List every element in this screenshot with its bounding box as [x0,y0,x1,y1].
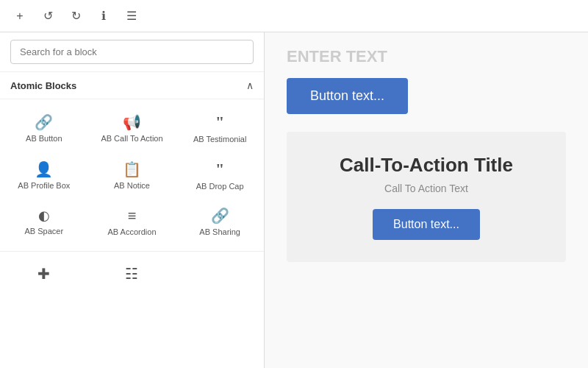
block-label-ab-spacer: AB Spacer [25,227,64,236]
blocks-grid: 🔗 AB Button 📢 AB Call To Action " AB Tes… [0,99,264,252]
notice-icon: 📋 [123,162,141,177]
info-icon: ℹ [101,9,106,23]
link-icon: 🔗 [35,115,53,130]
redo-icon: ↻ [71,9,81,23]
block-item-ab-call-to-action[interactable]: 📢 AB Call To Action [88,105,176,152]
blocks-grid-partial: ✚ ☷ [0,252,264,300]
block-item-ab-profile-box[interactable]: 👤 AB Profile Box [0,152,88,199]
block-label-ab-drop-cap: AB Drop Cap [196,182,244,191]
cta-title: Call-To-Action Title [316,154,537,177]
button-text-button[interactable]: Button text... [287,78,408,114]
block-item-ab-button[interactable]: 🔗 AB Button [0,105,88,152]
block-label-ab-notice: AB Notice [114,181,150,190]
block-label-ab-testimonial: AB Testimonial [193,135,247,144]
chevron-up-icon: ∧ [246,79,254,91]
block-item-ab-testimonial[interactable]: " AB Testimonial [176,105,264,152]
block-label-ab-call-to-action: AB Call To Action [101,134,162,143]
block-item-ab-sharing[interactable]: 🔗 AB Sharing [176,199,264,245]
cta-button[interactable]: Button text... [373,209,480,240]
quote-icon: " [215,114,224,130]
block-list: Atomic Blocks ∧ 🔗 AB Button 📢 AB Call To… [0,72,264,368]
block-item-ab-accordion[interactable]: ≡ AB Accordion [88,199,176,245]
block-item-ab-drop-cap[interactable]: " AB Drop Cap [176,152,264,199]
search-box [0,32,264,72]
block-item-ab-table[interactable]: ☷ [88,258,176,294]
undo-button[interactable]: ↺ [37,5,59,27]
megaphone-icon: 📢 [123,115,141,130]
spacer-icon: ◐ [38,209,50,222]
block-label-ab-button: AB Button [26,134,62,143]
block-item-ab-notice[interactable]: 📋 AB Notice [88,152,176,199]
main-area: Atomic Blocks ∧ 🔗 AB Button 📢 AB Call To… [0,32,588,368]
redo-button[interactable]: ↻ [65,5,87,27]
layouts-icon: ✚ [37,266,50,281]
block-item-ab-layouts[interactable]: ✚ [0,258,88,294]
menu-button[interactable]: ☰ [121,5,143,27]
content-area: ENTER TEXT Button text... Call-To-Action… [265,32,588,368]
cta-text: Call To Action Text [316,183,537,194]
sharing-icon: 🔗 [211,208,229,223]
block-label-ab-profile-box: AB Profile Box [18,181,70,190]
menu-icon: ☰ [126,9,137,23]
search-input[interactable] [10,40,254,64]
toolbar: + ↺ ↻ ℹ ☰ [0,0,588,32]
category-title: Atomic Blocks [10,80,76,91]
cta-block: Call-To-Action Title Call To Action Text… [287,132,566,262]
block-label-ab-accordion: AB Accordion [107,227,156,236]
table-icon: ☷ [125,266,138,281]
faded-title: ENTER TEXT [287,47,566,66]
block-item-ab-spacer[interactable]: ◐ AB Spacer [0,199,88,245]
info-button[interactable]: ℹ [93,5,115,27]
block-inserter-sidebar: Atomic Blocks ∧ 🔗 AB Button 📢 AB Call To… [0,32,265,368]
add-block-button[interactable]: + [9,5,31,27]
category-header-atomic-blocks[interactable]: Atomic Blocks ∧ [0,72,264,99]
user-icon: 👤 [35,162,53,177]
undo-icon: ↺ [43,9,53,23]
block-label-ab-sharing: AB Sharing [199,227,240,236]
accordion-icon: ≡ [128,208,137,223]
add-icon: + [16,10,23,23]
button-block: Button text... [287,78,566,114]
drop-cap-icon: " [215,161,224,177]
